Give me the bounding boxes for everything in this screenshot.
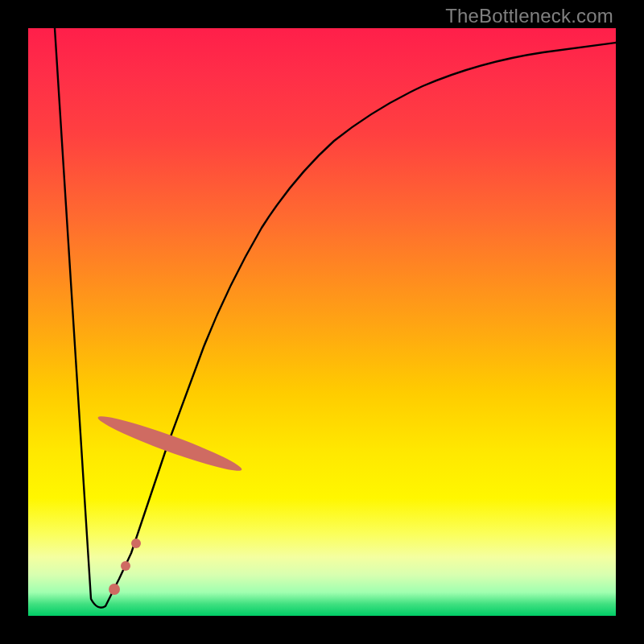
marker-dot [131,539,141,548]
marker-dot [121,561,130,571]
plot-area [28,28,616,616]
bottleneck-curve [55,28,616,608]
chart-container: TheBottleneck.com [0,0,644,644]
marker-dot [109,584,120,595]
marker-band [95,410,244,477]
curve-layer [28,28,616,616]
marker-group [95,410,244,595]
watermark-text: TheBottleneck.com [445,5,613,27]
